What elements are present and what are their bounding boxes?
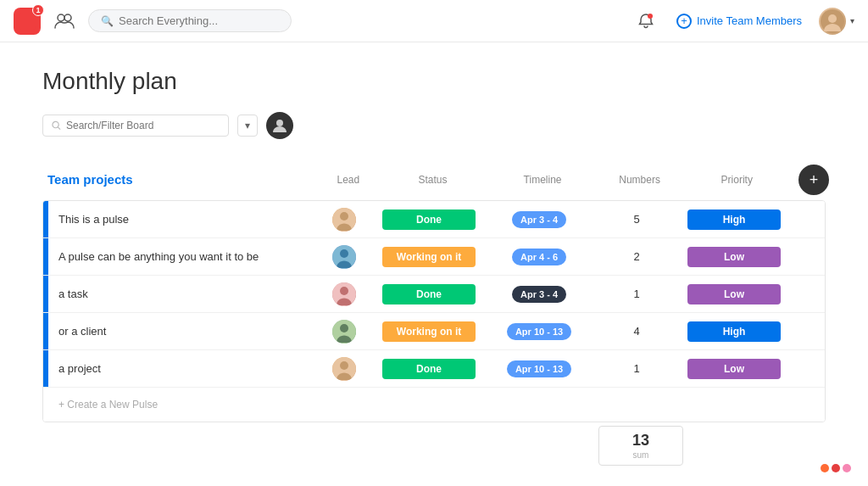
logo-dot-orange (821, 464, 829, 472)
svg-point-5 (828, 14, 837, 23)
svg-line-7 (58, 127, 60, 130)
app-logo[interactable]: 1 (14, 8, 41, 35)
svg-point-14 (340, 287, 348, 295)
row-numbers: 1 (594, 288, 679, 300)
search-icon: 🔍 (101, 15, 114, 27)
bottom-logo (821, 464, 851, 472)
svg-point-8 (276, 120, 283, 126)
table-row[interactable]: a task Done Apr 3 - 4 1 Low (43, 276, 825, 313)
sum-label: sum (599, 450, 682, 460)
notification-badge: 1 (32, 4, 44, 16)
col-header-timeline: Timeline (487, 174, 598, 186)
row-priority: Low (679, 359, 789, 379)
row-timeline: Apr 3 - 4 (484, 211, 594, 228)
row-name: a task (48, 288, 314, 300)
row-lead (314, 208, 374, 232)
board-section: Team projects Lead Status Timeline Numbe… (42, 165, 826, 466)
invite-label: Invite Team Members (697, 14, 802, 27)
row-status: Done (374, 209, 484, 230)
row-priority: High (679, 321, 789, 342)
status-badge: Done (382, 359, 476, 379)
priority-badge: High (687, 209, 781, 230)
col-header-numbers: Numbers (598, 174, 682, 186)
create-pulse-button[interactable]: + Create a New Pulse (48, 399, 168, 411)
svg-point-18 (340, 361, 348, 370)
row-timeline: Apr 10 - 13 (484, 323, 594, 340)
svg-point-10 (340, 212, 348, 221)
filter-avatar[interactable] (266, 112, 293, 139)
row-status: Working on it (374, 321, 484, 342)
row-timeline: Apr 3 - 4 (484, 286, 594, 303)
timeline-badge: Apr 10 - 13 (507, 360, 571, 377)
timeline-badge: Apr 3 - 4 (512, 286, 566, 303)
timeline-badge: Apr 10 - 13 (507, 323, 571, 340)
search-input[interactable] (119, 14, 279, 27)
status-badge: Working on it (382, 321, 476, 342)
row-timeline: Apr 10 - 13 (484, 360, 594, 377)
board-table: This is a pulse Done Apr 3 - 4 5 High (42, 200, 826, 422)
row-lead (314, 357, 374, 381)
timeline-badge: Apr 4 - 6 (512, 249, 566, 265)
row-lead (314, 320, 374, 344)
filter-input-wrap[interactable] (42, 115, 229, 137)
col-header-lead: Lead (319, 174, 378, 186)
avatar (332, 320, 356, 344)
svg-point-16 (340, 324, 348, 332)
row-status: Done (374, 284, 484, 304)
svg-point-3 (648, 14, 653, 19)
row-lead (314, 282, 374, 306)
row-lead (314, 245, 374, 269)
chevron-down-icon: ▾ (850, 16, 854, 25)
priority-badge: Low (687, 284, 781, 304)
group-title: Team projects (47, 172, 133, 187)
top-nav: 1 🔍 + Invite Team Members (0, 0, 868, 42)
svg-point-1 (58, 14, 64, 21)
col-header-priority: Priority (682, 174, 792, 186)
row-status: Working on it (374, 247, 484, 267)
logo-dot-pink (843, 464, 851, 472)
avatar (819, 8, 846, 35)
search-bar[interactable]: 🔍 (88, 9, 292, 32)
user-avatar-menu[interactable]: ▾ (819, 8, 854, 35)
table-row[interactable]: This is a pulse Done Apr 3 - 4 5 High (43, 201, 825, 238)
add-column-button[interactable]: + (798, 165, 829, 195)
priority-badge: High (687, 321, 781, 342)
svg-rect-0 (19, 13, 36, 30)
avatar (332, 282, 356, 306)
table-row[interactable]: A pulse can be anything you want it to b… (43, 238, 825, 276)
avatar (332, 208, 356, 232)
avatar (332, 245, 356, 269)
invite-team-members-button[interactable]: + Invite Team Members (670, 8, 809, 34)
sum-value: 13 (599, 432, 682, 450)
svg-point-6 (53, 121, 58, 127)
plus-circle-icon: + (676, 14, 692, 29)
row-name: This is a pulse (48, 213, 314, 226)
sum-box: 13 sum (598, 426, 683, 466)
row-timeline: Apr 4 - 6 (484, 249, 594, 265)
priority-badge: Low (687, 247, 781, 267)
table-row[interactable]: a project Done Apr 10 - 13 1 Low (43, 350, 825, 388)
status-badge: Done (382, 284, 476, 304)
create-pulse-row: + Create a New Pulse (43, 388, 825, 422)
row-numbers: 5 (594, 213, 679, 226)
bell-icon[interactable] (632, 8, 659, 35)
filter-bar: ▾ (42, 112, 826, 139)
row-priority: Low (679, 247, 789, 267)
status-badge: Done (382, 209, 476, 230)
row-numbers: 4 (594, 325, 679, 338)
priority-badge: Low (687, 359, 781, 379)
main-content: Monthly plan ▾ Team projects Lead Status (0, 42, 868, 483)
col-header-status: Status (378, 174, 488, 186)
logo-dot-red (832, 464, 840, 472)
filter-input[interactable] (66, 120, 220, 131)
people-icon[interactable] (51, 8, 78, 35)
row-status: Done (374, 359, 484, 379)
row-numbers: 2 (594, 250, 679, 263)
svg-point-12 (340, 249, 348, 258)
row-priority: High (679, 209, 789, 230)
svg-point-2 (64, 14, 71, 21)
row-name: or a client (48, 325, 314, 338)
filter-dropdown-button[interactable]: ▾ (237, 115, 258, 137)
table-row[interactable]: or a client Working on it Apr 10 - 13 4 … (43, 313, 825, 350)
row-name: A pulse can be anything you want it to b… (48, 250, 314, 263)
